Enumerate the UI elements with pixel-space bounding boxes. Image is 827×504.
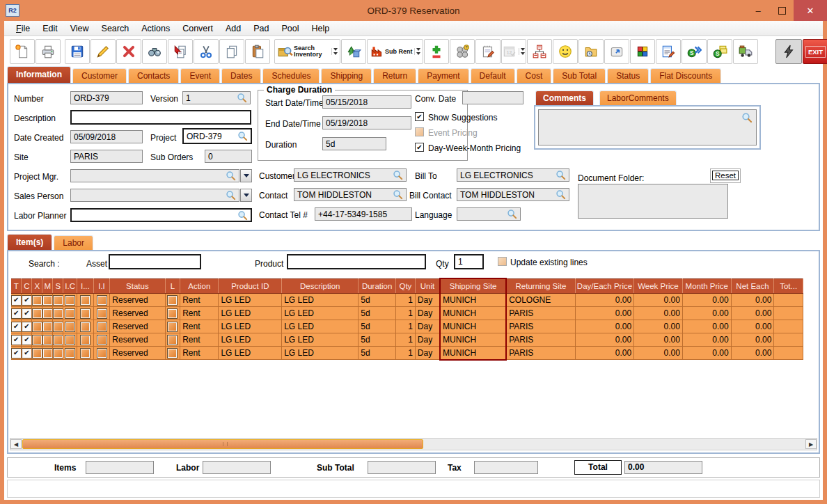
edit-document-button[interactable] (656, 39, 681, 64)
tab-payment[interactable]: Payment (418, 68, 468, 83)
cell-ic[interactable] (63, 320, 77, 333)
cell-tot[interactable] (774, 294, 803, 307)
cell-tot[interactable] (774, 347, 803, 360)
column-header-t[interactable]: T (11, 278, 22, 294)
cell-description[interactable]: LG LED (282, 320, 359, 333)
cell-net_each[interactable]: 0.00 (731, 347, 774, 360)
cell-unit[interactable]: Day (415, 333, 440, 347)
cell-product_id[interactable]: LG LED (219, 307, 282, 320)
cell-net_each[interactable]: 0.00 (731, 320, 774, 333)
tab-customer[interactable]: Customer (72, 68, 127, 83)
cell-m[interactable] (42, 347, 53, 360)
cell-qty[interactable]: 1 (396, 294, 416, 307)
document-folder-field[interactable] (578, 184, 728, 219)
show-suggestions-checkbox[interactable] (415, 112, 424, 121)
contact-search-icon[interactable] (393, 189, 403, 200)
row-checkbox-m[interactable] (43, 296, 52, 305)
cell-c[interactable] (22, 333, 32, 347)
cell-week_price[interactable]: 0.00 (634, 307, 683, 320)
print-button[interactable] (36, 39, 61, 64)
menu-edit[interactable]: Edit (36, 24, 64, 33)
project-mgr-dropdown-button[interactable] (240, 169, 252, 182)
asset-input[interactable] (109, 254, 201, 269)
row-checkbox-i2[interactable] (81, 349, 90, 358)
bill-contact-field[interactable]: TOM HIDDLESTON (457, 188, 569, 201)
cell-week_price[interactable]: 0.00 (634, 333, 683, 347)
cell-ii[interactable] (93, 294, 110, 307)
cell-returning_site[interactable]: PARIS (506, 307, 575, 320)
column-header-action[interactable]: Action (180, 278, 219, 294)
row-checkbox-m[interactable] (43, 349, 52, 358)
row-checkbox-x[interactable] (33, 349, 42, 358)
column-header-c[interactable]: C (22, 278, 32, 294)
cell-returning_site[interactable]: PARIS (506, 320, 575, 333)
cell-m[interactable] (42, 307, 53, 320)
column-header-qty[interactable]: Qty (396, 278, 416, 294)
cell-ic[interactable] (63, 294, 77, 307)
save-button[interactable] (65, 39, 90, 64)
cell-i2[interactable] (77, 347, 93, 360)
cell-returning_site[interactable]: PARIS (506, 333, 575, 347)
cell-week_price[interactable]: 0.00 (634, 320, 683, 333)
maximize-button[interactable] (770, 0, 794, 21)
cut-button[interactable] (194, 39, 219, 64)
row-checkbox-l[interactable] (168, 296, 177, 305)
cell-status[interactable]: Reserved (110, 320, 165, 333)
cell-c[interactable] (22, 307, 32, 320)
tab-labor[interactable]: Labor (54, 235, 93, 250)
row-checkbox-i2[interactable] (81, 309, 90, 318)
search-inventory-button[interactable]: Search Inventory (274, 39, 340, 64)
row-checkbox-x[interactable] (33, 309, 42, 318)
tab-status[interactable]: Status (607, 68, 649, 83)
row-checkbox-t[interactable] (12, 296, 21, 305)
row-checkbox-t[interactable] (12, 309, 21, 318)
row-checkbox-s[interactable] (54, 336, 63, 345)
row-checkbox-c[interactable] (22, 296, 31, 305)
column-header-returning_site[interactable]: Returning Site (506, 278, 575, 294)
start-date-field[interactable]: 05/15/2018 (322, 95, 411, 109)
forward-button[interactable]: S (682, 39, 707, 64)
cell-description[interactable]: LG LED (282, 347, 359, 360)
menu-help[interactable]: Help (306, 24, 336, 33)
cell-t[interactable] (11, 333, 22, 347)
cell-i2[interactable] (77, 307, 93, 320)
tab-items[interactable]: Item(s) (7, 234, 52, 250)
sales-person-field[interactable] (70, 189, 239, 202)
description-field[interactable] (70, 110, 251, 125)
row-checkbox-l[interactable] (168, 349, 177, 358)
bill-to-field[interactable]: LG ELECTRONICS (457, 168, 569, 182)
dwm-pricing-checkbox[interactable] (415, 143, 424, 152)
cell-returning_site[interactable]: COLOGNE (506, 294, 575, 307)
language-search-icon[interactable] (507, 209, 517, 219)
cell-shipping_site[interactable]: MUNICH (440, 347, 506, 360)
copy-special-button[interactable] (168, 39, 193, 64)
lightning-button[interactable] (775, 39, 802, 64)
product-input[interactable] (287, 254, 426, 269)
cell-status[interactable]: Reserved (110, 333, 165, 347)
update-existing-checkbox[interactable] (498, 257, 507, 266)
row-checkbox-c[interactable] (22, 349, 31, 358)
cell-ii[interactable] (93, 333, 110, 347)
menu-file[interactable]: File (10, 24, 36, 33)
convert-button[interactable] (341, 39, 366, 64)
cell-status[interactable]: Reserved (110, 294, 165, 307)
cell-duration[interactable]: 5d (359, 294, 396, 307)
send-notes-button[interactable]: S (707, 39, 732, 64)
cell-day_each_price[interactable]: 0.00 (575, 333, 633, 347)
column-header-duration[interactable]: Duration (359, 278, 396, 294)
tab-cost[interactable]: Cost (517, 68, 552, 83)
cell-description[interactable]: LG LED (282, 307, 359, 320)
version-field[interactable]: 1 (182, 91, 251, 104)
cell-duration[interactable]: 5d (359, 333, 396, 347)
row-checkbox-t[interactable] (12, 322, 21, 331)
row-checkbox-s[interactable] (54, 309, 63, 318)
paste-button[interactable] (245, 39, 270, 64)
scroll-right-button[interactable]: ▶ (805, 439, 817, 449)
cell-shipping_site[interactable]: MUNICH (440, 333, 506, 347)
cell-returning_site[interactable]: PARIS (506, 347, 575, 360)
row-checkbox-c[interactable] (22, 322, 31, 331)
cell-week_price[interactable]: 0.00 (634, 294, 683, 307)
row-checkbox-c[interactable] (22, 309, 31, 318)
cell-x[interactable] (32, 333, 42, 347)
cell-day_each_price[interactable]: 0.00 (575, 294, 633, 307)
